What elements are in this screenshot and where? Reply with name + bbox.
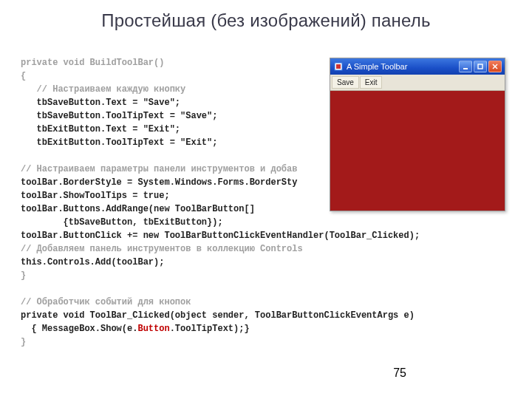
toolbar-exit-button[interactable]: Exit [360,76,383,89]
page-number: 75 [393,366,406,380]
window-caption-buttons [459,61,502,72]
code-line: this.Controls.Add(toolBar); [21,257,164,267]
toolbar-save-button[interactable]: Save [332,76,359,89]
code-line: tbExitButton.Text = "Exit"; [21,124,180,134]
close-button[interactable] [488,61,502,72]
code-line: private void BuildToolBar() [21,58,164,68]
code-line: {tbSaveButton, tbExitButton}); [21,217,223,228]
svg-rect-1 [336,64,341,69]
code-line: toolBar.BorderStyle = System.Windows.For… [21,177,297,188]
window-title: A Simple Toolbar [347,62,459,71]
code-line: tbExitButton.ToolTipText = "Exit"; [21,137,217,148]
code-line: private void ToolBar_Clicked(object send… [21,310,415,321]
window-client-area [330,91,505,211]
code-line: { [21,71,26,81]
code-line: tbSaveButton.ToolTipText = "Save"; [21,111,217,121]
code-line-part: { MessageBox.Show(e. [21,324,137,334]
code-comment: // Обработчик событий для кнопок [21,297,191,307]
code-comment: // Настраиваем параметры панели инструме… [21,164,297,174]
code-line: toolBar.ShowToolTips = true; [21,191,170,201]
code-line-part: .ToolTipText);} [170,324,250,334]
code-line: toolBar.ButtonClick += new ToolBarButton… [21,231,420,241]
code-line: toolBar.Buttons.AddRange(new ToolBarButt… [21,204,255,214]
code-highlight: Button [137,324,169,334]
maximize-button[interactable] [474,61,487,72]
demo-window: A Simple Toolbar Save Exit [330,58,505,211]
code-comment: // Настраиваем каждую кнопку [21,84,185,95]
svg-rect-2 [463,68,468,69]
slide-title: Простейшая (без изображений) панель [0,0,532,31]
window-toolbar: Save Exit [330,75,505,91]
svg-rect-3 [478,64,482,69]
app-icon [333,61,344,72]
code-comment: // Добавляем панель инструментов в колле… [21,244,303,254]
minimize-button[interactable] [459,61,472,72]
code-line: } [21,270,26,281]
window-titlebar[interactable]: A Simple Toolbar [330,58,505,75]
code-line: } [21,337,26,347]
code-line: tbSaveButton.Text = "Save"; [21,98,180,108]
